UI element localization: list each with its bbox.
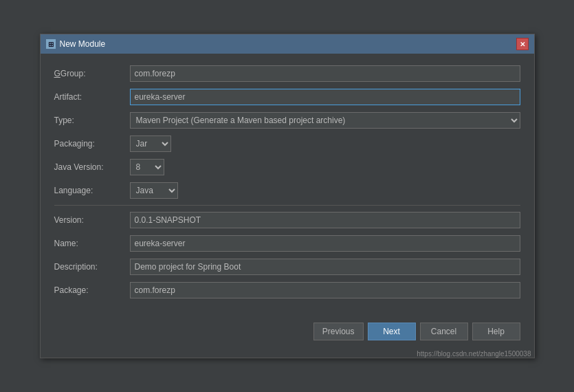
packaging-select[interactable]: Jar — [130, 135, 171, 152]
watermark: https://blog.csdn.net/zhangle1500038 — [41, 350, 534, 358]
description-input[interactable] — [130, 259, 520, 275]
dialog-title: New Module — [60, 39, 106, 49]
title-bar-left: ⊞ New Module — [46, 39, 106, 49]
packaging-dropdown-container: Jar — [130, 135, 171, 152]
artifact-label: Artifact: — [54, 92, 130, 102]
description-row: Description: — [54, 258, 520, 276]
artifact-row: Artifact: — [54, 88, 520, 106]
java-version-select[interactable]: 8 — [130, 159, 164, 175]
version-row: Version: — [54, 211, 520, 229]
type-row: Type: Maven Project (Generate a Maven ba… — [54, 111, 520, 129]
language-dropdown-container: Java — [130, 182, 178, 199]
new-module-dialog: ⊞ New Module ✕ GGroup: Artifact: Type: — [40, 34, 535, 358]
language-select[interactable]: Java — [130, 182, 178, 199]
name-input[interactable] — [130, 235, 520, 252]
java-version-dropdown-container: 8 — [130, 159, 164, 175]
version-input[interactable] — [130, 212, 520, 228]
package-label: Package: — [54, 285, 130, 295]
language-label: Language: — [54, 186, 130, 195]
language-row: Language: Java — [54, 182, 520, 199]
separator — [54, 205, 520, 206]
cancel-button[interactable]: Cancel — [420, 323, 468, 340]
java-version-row: Java Version: 8 — [54, 158, 520, 176]
group-input[interactable] — [130, 65, 520, 82]
name-label: Name: — [54, 239, 130, 248]
package-row: Package: — [54, 281, 520, 299]
title-bar: ⊞ New Module ✕ — [41, 34, 534, 54]
dialog-body: GGroup: Artifact: Type: Maven Project (G… — [41, 54, 534, 313]
package-input[interactable] — [130, 282, 520, 298]
close-button[interactable]: ✕ — [516, 38, 529, 50]
type-select[interactable]: Maven Project (Generate a Maven based pr… — [130, 112, 520, 129]
previous-button[interactable]: Previous — [313, 323, 364, 340]
group-label: GGroup: — [54, 69, 130, 78]
group-row: GGroup: — [54, 65, 520, 83]
next-button[interactable]: Next — [368, 323, 416, 340]
type-label: Type: — [54, 116, 130, 125]
description-label: Description: — [54, 262, 130, 272]
artifact-input[interactable] — [130, 89, 520, 105]
name-row: Name: — [54, 235, 520, 252]
packaging-label: Packaging: — [54, 139, 130, 149]
help-button[interactable]: Help — [472, 323, 520, 340]
packaging-row: Packaging: Jar — [54, 135, 520, 153]
version-label: Version: — [54, 215, 130, 225]
java-version-label: Java Version: — [54, 162, 130, 172]
type-dropdown-container: Maven Project (Generate a Maven based pr… — [130, 112, 520, 129]
dialog-icon: ⊞ — [46, 39, 56, 49]
bottom-bar: Previous Next Cancel Help — [41, 316, 534, 350]
